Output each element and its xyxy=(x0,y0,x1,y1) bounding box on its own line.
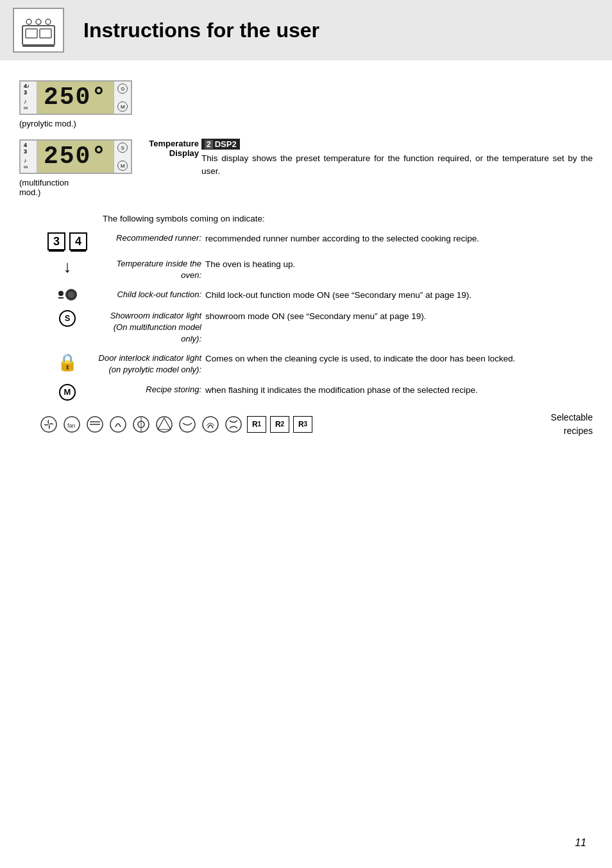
symbol-row-recipe-storing: M Recipe storing: when flashing it indic… xyxy=(38,384,593,401)
temperature-inside-desc: The oven is heating up. xyxy=(205,258,593,271)
recipe-icon-5 xyxy=(131,414,151,435)
recipe-storing-desc: when flashing it indicates the modificat… xyxy=(205,384,593,397)
recipe-icon-4 xyxy=(108,414,128,435)
temperature-inside-label: Temperature inside the oven: xyxy=(96,258,205,281)
selectable-recipes-row: fan xyxy=(38,411,593,438)
recipe-icon-8 xyxy=(200,414,221,435)
showroom-label: Showroom indicator light (On multifuncti… xyxy=(96,310,205,345)
thermometer-icon: ↓ xyxy=(38,258,96,275)
dsp2-badge: 2 DSP2 xyxy=(201,139,240,150)
svg-point-5 xyxy=(46,19,51,24)
recommended-runner-label: Recommended runner: xyxy=(96,232,205,244)
header-logo xyxy=(13,8,64,53)
temp-description-text: This display shows the preset temperatur… xyxy=(201,152,593,178)
runner-box-3: 3 xyxy=(47,232,65,250)
recipe-m-icon: M xyxy=(38,384,96,401)
runner-numbers-icon: 3 4 xyxy=(38,232,96,250)
svg-point-19 xyxy=(203,417,218,432)
child-lockout-desc: Child lock-out function mode ON (see “Se… xyxy=(205,289,593,302)
child-lockout-label: Child lock-out function: xyxy=(96,289,205,300)
door-interlock-desc: Comes on when the cleaning cycle is used… xyxy=(205,352,593,365)
recipe-icons-group: fan xyxy=(38,414,535,435)
temp-display-label2: Display xyxy=(141,148,199,158)
lock-icon: 🔒 xyxy=(38,352,96,372)
child-lock-icon xyxy=(38,289,96,300)
logo-svg xyxy=(19,13,58,48)
recommended-runner-desc: recommended runner number according to t… xyxy=(205,232,593,245)
showroom-desc: showroom mode ON (see “Secondary menu” a… xyxy=(205,310,593,323)
selectable-recipes-label: Selectablerecipes xyxy=(535,411,593,438)
symbol-row-door-interlock: 🔒 Door interlock indicator light (on pyr… xyxy=(38,352,593,376)
svg-point-13 xyxy=(110,417,126,432)
svg-text:fan: fan xyxy=(67,422,76,429)
circle-m: M xyxy=(59,384,76,401)
svg-point-18 xyxy=(180,417,195,432)
svg-rect-1 xyxy=(26,29,37,38)
page-number: 11 xyxy=(575,837,586,849)
recipe-icon-1 xyxy=(38,414,59,435)
showroom-s-icon: S xyxy=(38,310,96,327)
multifunction-display-unit: 4 3 ♪ ∞ 250° S M xyxy=(19,139,135,174)
circle-s: S xyxy=(59,310,76,327)
main-content: 4/ 3 ♪ ∞ 250° ⊙ xyxy=(0,60,612,451)
recipe-icon-6 xyxy=(154,414,174,435)
runner-box-4: 4 xyxy=(69,232,87,250)
svg-point-4 xyxy=(36,19,41,24)
page-title: Instructions for the user xyxy=(83,19,319,42)
multifunction-display-area: 4 3 ♪ ∞ 250° S M xyxy=(19,139,135,201)
recipe-icon-2: fan xyxy=(62,414,82,435)
recipe-icon-7 xyxy=(177,414,198,435)
recipe-storing-label: Recipe storing: xyxy=(96,384,205,395)
recipe-r2-box: R2 xyxy=(270,416,289,433)
svg-point-20 xyxy=(226,417,241,432)
recipe-r1-box: R1 xyxy=(247,416,266,433)
page-header: Instructions for the user xyxy=(0,0,612,60)
recipe-r3-box: R3 xyxy=(293,416,312,433)
door-interlock-label: Door interlock indicator light (on pyrol… xyxy=(96,352,205,376)
svg-point-3 xyxy=(26,19,31,24)
temperature-description: Temperature Display 2 DSP2 This display … xyxy=(141,139,593,178)
lock-symbol: 🔒 xyxy=(57,352,78,372)
multifunction-label: (multifunctionmod.) xyxy=(19,178,135,197)
symbol-row-showroom: S Showroom indicator light (On multifunc… xyxy=(38,310,593,345)
symbol-row-recommended-runner: 3 4 Recommended runner: recommended runn… xyxy=(38,232,593,250)
temp-display-label1: Temperature xyxy=(141,139,199,148)
recipe-icon-9 xyxy=(223,414,244,435)
pyrolytic-label: (pyrolytic mod.) xyxy=(19,119,593,128)
pyrolytic-display-unit: 4/ 3 ♪ ∞ 250° ⊙ xyxy=(19,80,132,115)
symbols-section: The following symbols coming on indicate… xyxy=(19,214,593,438)
svg-rect-2 xyxy=(40,29,51,38)
symbol-row-child-lockout: Child lock-out function: Child lock-out … xyxy=(38,289,593,302)
recipe-icon-3 xyxy=(85,414,105,435)
symbols-intro-text: The following symbols coming on indicate… xyxy=(38,214,593,223)
symbol-row-temperature-inside: ↓ Temperature inside the oven: The oven … xyxy=(38,258,593,281)
